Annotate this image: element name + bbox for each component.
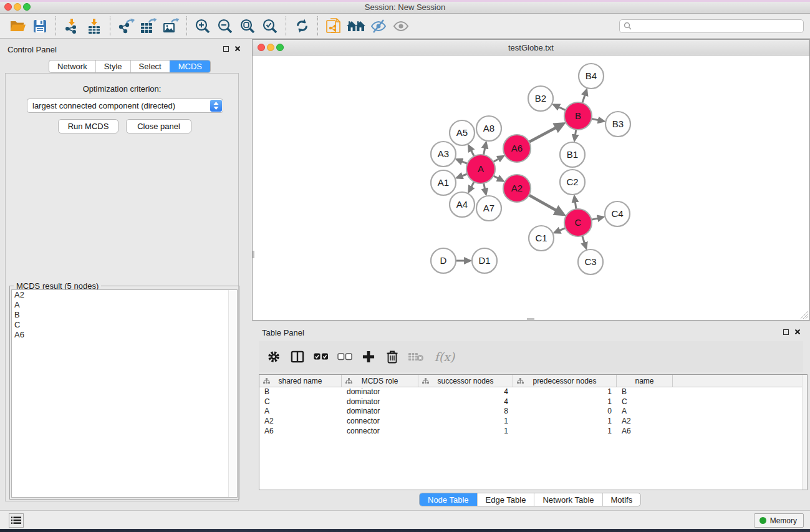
zoom-in-button[interactable] [191, 16, 214, 37]
node-D1[interactable]: D1 [472, 248, 497, 273]
home-button[interactable] [345, 16, 367, 37]
search-input[interactable] [632, 22, 799, 31]
cell-successor-nodes[interactable]: 1 [418, 417, 513, 427]
table-row[interactable]: Cdominator41C [259, 397, 807, 407]
zoom-fit-button[interactable] [236, 16, 259, 37]
table-scrollbar[interactable] [802, 375, 807, 490]
network-from-file-button[interactable] [322, 16, 345, 37]
network-window-titlebar[interactable]: testGlobe.txt [253, 40, 809, 56]
node-A7[interactable]: A7 [476, 196, 501, 221]
memory-button[interactable]: Memory [754, 513, 804, 528]
float-table-panel-icon[interactable] [783, 329, 789, 335]
cell-MCDS-role[interactable]: connector [342, 427, 418, 437]
select-all-rows-button[interactable] [312, 347, 330, 366]
tab-network[interactable]: Network [49, 60, 95, 72]
node-B[interactable]: B [564, 102, 592, 130]
table-row[interactable]: Adominator80A [259, 407, 807, 417]
cell-shared-name[interactable]: A2 [259, 417, 342, 427]
cell-name[interactable]: B [617, 387, 673, 397]
zoom-out-button[interactable] [214, 16, 236, 37]
node-table[interactable]: shared nameMCDS rolesuccessor nodesprede… [259, 374, 808, 490]
node-C2[interactable]: C2 [560, 170, 585, 195]
close-table-panel-icon[interactable] [794, 329, 801, 335]
delete-table-button[interactable] [407, 347, 425, 366]
cell-MCDS-role[interactable]: connector [342, 417, 418, 427]
node-C1[interactable]: C1 [529, 226, 554, 251]
close-panel-icon[interactable] [234, 46, 241, 52]
cell-shared-name[interactable]: A6 [259, 427, 342, 437]
table-tab-network-table[interactable]: Network Table [534, 493, 602, 506]
import-network-button[interactable] [60, 16, 83, 37]
network-graph[interactable]: B4B2BB3A8A5A6A3B1AA1C2A2A4A7C4CC1DD1C3 [253, 56, 809, 320]
node-B1[interactable]: B1 [560, 142, 585, 167]
hide-graphics-details-button[interactable] [367, 16, 390, 37]
cell-predecessor-nodes[interactable]: 1 [513, 417, 617, 427]
cell-name[interactable]: A2 [617, 417, 673, 427]
refresh-layout-button[interactable] [291, 16, 313, 37]
cell-MCDS-role[interactable]: dominator [342, 387, 418, 397]
export-image-button[interactable] [160, 16, 182, 37]
float-panel-icon[interactable] [223, 46, 229, 52]
mcds-result-item[interactable]: A2 [12, 290, 237, 300]
mcds-result-list[interactable]: A2ABCA6 [11, 289, 238, 498]
column-header-MCDS-role[interactable]: MCDS role [342, 375, 418, 387]
node-B4[interactable]: B4 [579, 64, 604, 89]
node-B3[interactable]: B3 [605, 112, 630, 137]
table-tab-node-table[interactable]: Node Table [420, 493, 477, 506]
column-header-shared-name[interactable]: shared name [259, 375, 342, 387]
network-canvas[interactable]: B4B2BB3A8A5A6A3B1AA1C2A2A4A7C4CC1DD1C3 [253, 56, 809, 320]
column-header-name[interactable]: name [617, 375, 673, 387]
open-session-button[interactable] [6, 16, 29, 37]
cell-successor-nodes[interactable]: 8 [418, 407, 513, 417]
mcds-result-item[interactable]: A [12, 300, 237, 310]
cell-successor-nodes[interactable]: 1 [418, 427, 513, 437]
run-mcds-button[interactable]: Run MCDS [58, 119, 118, 133]
deselect-all-rows-button[interactable] [336, 347, 354, 366]
node-C[interactable]: C [564, 209, 592, 236]
cell-predecessor-nodes[interactable]: 0 [513, 407, 617, 417]
resize-grip-icon[interactable] [801, 311, 809, 319]
cell-name[interactable]: A [617, 407, 673, 417]
show-graphics-details-button[interactable] [390, 16, 412, 37]
function-builder-button[interactable]: f(x) [431, 347, 458, 366]
node-C4[interactable]: C4 [605, 201, 630, 226]
close-panel-button[interactable]: Close panel [126, 119, 191, 133]
node-A4[interactable]: A4 [450, 192, 475, 217]
show-column-panel-button[interactable] [289, 347, 306, 366]
canvas-vertical-scrollbar[interactable] [253, 251, 254, 258]
canvas-horizontal-scrollbar[interactable] [527, 318, 534, 320]
tab-select[interactable]: Select [130, 60, 170, 72]
export-network-button[interactable] [115, 16, 137, 37]
cell-name[interactable]: A6 [617, 427, 673, 437]
add-column-button[interactable] [360, 347, 377, 366]
save-session-button[interactable] [29, 16, 51, 37]
column-header-successor-nodes[interactable]: successor nodes [418, 375, 513, 387]
criterion-dropdown[interactable]: largest connected component (directed) [27, 99, 223, 113]
node-A1[interactable]: A1 [431, 170, 456, 195]
search-box[interactable] [619, 19, 804, 33]
delete-column-button[interactable] [383, 347, 401, 366]
task-history-button[interactable] [9, 513, 24, 528]
cell-predecessor-nodes[interactable]: 1 [513, 397, 617, 407]
node-A6[interactable]: A6 [503, 135, 531, 162]
cell-successor-nodes[interactable]: 4 [418, 397, 513, 407]
cell-predecessor-nodes[interactable]: 1 [513, 427, 617, 437]
cell-MCDS-role[interactable]: dominator [342, 407, 418, 417]
column-header-predecessor-nodes[interactable]: predecessor nodes [513, 375, 617, 387]
zoom-selected-button[interactable] [259, 16, 281, 37]
import-table-button[interactable] [83, 16, 105, 37]
node-D[interactable]: D [431, 248, 456, 273]
cell-shared-name[interactable]: A [259, 407, 342, 417]
table-tab-motifs[interactable]: Motifs [602, 493, 641, 506]
cell-shared-name[interactable]: C [259, 397, 342, 407]
tab-mcds[interactable]: MCDS [170, 60, 210, 72]
node-A2[interactable]: A2 [503, 175, 531, 202]
cell-shared-name[interactable]: B [259, 387, 342, 397]
cell-predecessor-nodes[interactable]: 1 [513, 387, 617, 397]
node-B2[interactable]: B2 [528, 86, 553, 111]
node-A3[interactable]: A3 [431, 142, 456, 167]
mcds-result-item[interactable]: A6 [12, 330, 237, 340]
cell-name[interactable]: C [617, 397, 673, 407]
table-row[interactable]: A6connector11A6 [259, 427, 807, 437]
table-tab-edge-table[interactable]: Edge Table [477, 493, 534, 506]
